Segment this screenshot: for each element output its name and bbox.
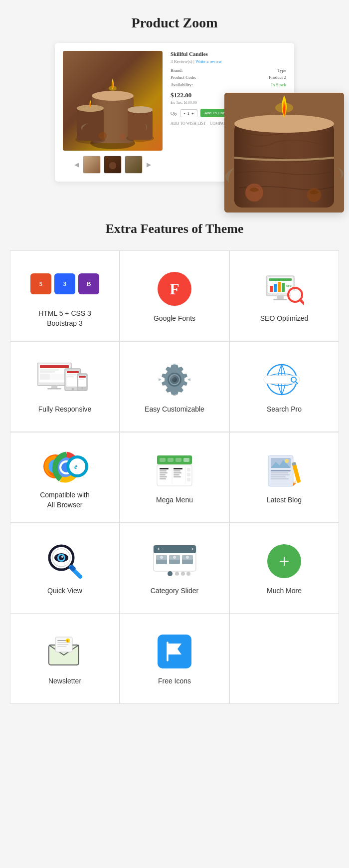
- qty-minus[interactable]: -: [184, 111, 185, 116]
- feature-empty-cell: [230, 614, 339, 703]
- google-fonts-circle: F: [158, 272, 191, 306]
- svg-rect-46: [67, 371, 79, 373]
- latest-blog-icon: [266, 452, 303, 488]
- feature-much-more-label: Much More: [267, 586, 302, 596]
- free-icons-icon: [158, 634, 191, 669]
- svg-rect-52: [79, 376, 86, 378]
- category-slider-icon: < >: [151, 543, 198, 579]
- svg-rect-107: [271, 478, 289, 479]
- feature-mega-menu: Mega Menu: [120, 433, 229, 522]
- product-reviews: 3 Review(s) | Write a review: [171, 59, 286, 64]
- feature-category-slider: < >: [120, 523, 229, 613]
- svg-rect-104: [271, 472, 288, 473]
- svg-rect-92: [174, 472, 181, 473]
- feature-google-fonts: F Google Fonts: [120, 251, 229, 341]
- svg-rect-84: [160, 470, 167, 471]
- svg-point-132: [186, 556, 189, 559]
- quick-view-icon: [46, 543, 84, 579]
- qty-value: 1: [187, 111, 190, 116]
- feature-newsletter: $ Newsletter: [10, 614, 119, 703]
- google-fonts-icon: F: [158, 271, 191, 307]
- svg-point-58: [168, 373, 181, 387]
- svg-point-14: [109, 162, 116, 169]
- svg-rect-94: [174, 476, 181, 477]
- svg-rect-87: [160, 476, 167, 477]
- product-name: Skillful Candles: [171, 51, 286, 57]
- svg-point-20: [245, 184, 263, 202]
- svg-rect-142: [57, 644, 68, 645]
- svg-point-134: [175, 572, 179, 576]
- svg-point-135: [181, 572, 185, 576]
- zoom-preview-popup: [224, 93, 344, 213]
- product-zoom-section: Product Zoom: [0, 0, 349, 202]
- svg-rect-37: [40, 365, 69, 368]
- feature-browser-label: Compatible withAll Browser: [40, 490, 90, 510]
- features-grid: 5 3 B HTML 5 + CSS 3Bootstrap 3 F Google…: [10, 250, 339, 614]
- svg-point-102: [285, 459, 289, 463]
- svg-point-12: [120, 134, 126, 140]
- qty-plus[interactable]: +: [191, 111, 194, 116]
- tech-badges-icon: 5 3 B: [30, 266, 99, 302]
- feature-category-slider-label: Category Slider: [151, 586, 199, 596]
- gear-icon: [158, 362, 191, 398]
- svg-rect-80: [175, 458, 181, 462]
- product-zoom-title: Product Zoom: [10, 15, 339, 31]
- features-section-title: Extra Features of Theme: [10, 221, 339, 236]
- svg-rect-27: [278, 282, 281, 292]
- svg-rect-31: [273, 299, 287, 300]
- thumb-next-btn[interactable]: ▶: [146, 161, 152, 169]
- mega-menu-icon: [155, 452, 194, 488]
- svg-rect-48: [67, 376, 74, 378]
- svg-rect-42: [51, 386, 57, 388]
- svg-rect-83: [160, 468, 169, 469]
- thumbnail-2[interactable]: [104, 156, 122, 174]
- svg-point-33: [291, 290, 300, 299]
- svg-rect-88: [160, 478, 166, 479]
- feature-seo: seo SEO Optimized: [230, 251, 339, 341]
- svg-rect-105: [271, 474, 290, 475]
- svg-rect-53: [79, 379, 84, 380]
- svg-point-133: [168, 571, 173, 576]
- feature-google-label: Google Fonts: [154, 314, 195, 324]
- svg-rect-86: [160, 474, 166, 475]
- svg-point-3: [92, 91, 134, 101]
- feature-free-icons-label: Free Icons: [158, 676, 191, 686]
- product-main-image[interactable]: [63, 51, 163, 151]
- qty-input[interactable]: - 1 +: [180, 109, 198, 117]
- zoom-preview-image: [224, 93, 344, 213]
- thumb-prev-btn[interactable]: ◀: [73, 161, 80, 169]
- svg-rect-30: [277, 296, 284, 299]
- feature-seo-label: SEO Optimized: [260, 314, 308, 324]
- svg-rect-39: [40, 371, 55, 373]
- write-review-link[interactable]: Write a review: [195, 59, 222, 64]
- svg-rect-96: [187, 468, 190, 471]
- svg-rect-79: [168, 458, 174, 462]
- product-details: Brand: Type Product Code: Product 2 Avai…: [171, 67, 286, 88]
- svg-rect-9: [128, 110, 153, 140]
- bootstrap-badge: B: [78, 273, 99, 294]
- svg-point-10: [128, 106, 153, 113]
- plus-circle: +: [267, 544, 301, 578]
- much-more-icon: +: [267, 543, 301, 579]
- thumbnail-3[interactable]: [125, 156, 143, 174]
- svg-rect-24: [269, 278, 292, 281]
- svg-rect-26: [274, 284, 277, 292]
- css3-badge: 3: [54, 273, 75, 294]
- feature-mega-menu-label: Mega Menu: [156, 495, 193, 505]
- globe-search-icon: [262, 362, 307, 398]
- svg-rect-47: [67, 374, 76, 376]
- svg-rect-78: [160, 458, 166, 462]
- svg-rect-25: [270, 286, 273, 292]
- wishlist-link[interactable]: ADD TO WISH LIST: [171, 121, 206, 126]
- zoom-demo: ◀ ▶ Skillful Candles 3 Review(s) | Write…: [10, 43, 339, 182]
- svg-rect-103: [271, 470, 291, 471]
- feature-customizable-label: Easy Customizable: [145, 405, 204, 415]
- free-icons-box: [158, 635, 191, 668]
- svg-text:seo: seo: [286, 283, 292, 288]
- svg-point-131: [173, 556, 176, 559]
- feature-quick-view-label: Quick View: [47, 586, 82, 596]
- svg-point-130: [160, 556, 163, 559]
- thumbnail-1[interactable]: [83, 156, 101, 174]
- feature-newsletter-label: Newsletter: [48, 676, 81, 686]
- browser-logos-icon: e: [41, 447, 89, 483]
